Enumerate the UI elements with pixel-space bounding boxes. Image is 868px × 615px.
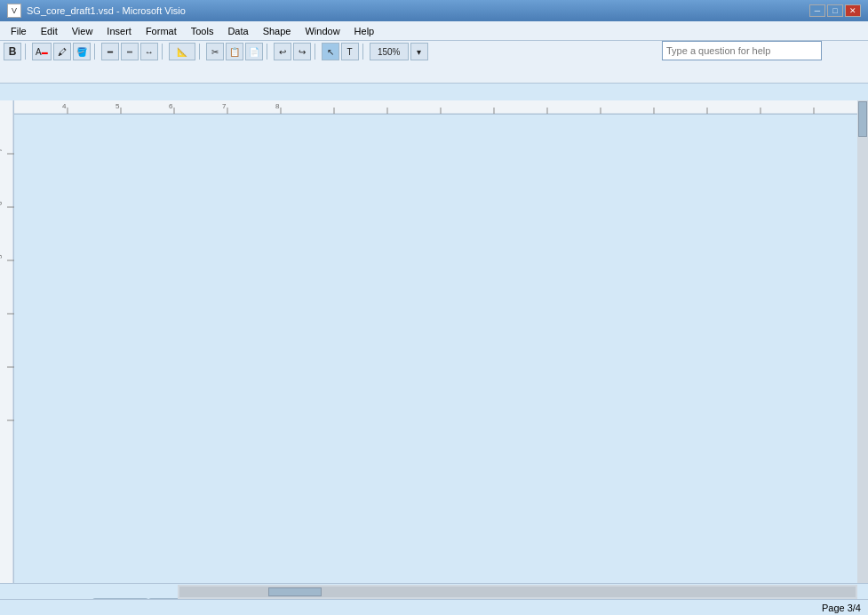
app-icon: V bbox=[7, 4, 21, 18]
font-color-button[interactable]: A▬ bbox=[32, 43, 52, 60]
paste-button[interactable]: 📄 bbox=[245, 43, 263, 60]
svg-text:6: 6 bbox=[169, 102, 173, 110]
menu-insert[interactable]: Insert bbox=[100, 24, 139, 38]
sep6 bbox=[315, 44, 318, 60]
fill-button[interactable]: 🪣 bbox=[73, 43, 91, 60]
menu-format[interactable]: Format bbox=[139, 24, 184, 38]
vertical-scroll-thumb[interactable] bbox=[858, 101, 867, 137]
menu-bar: File Edit View Insert Format Tools Data … bbox=[0, 21, 868, 41]
minimize-button[interactable]: ─ bbox=[809, 4, 825, 17]
sep2 bbox=[94, 44, 98, 60]
svg-text:7: 7 bbox=[0, 148, 4, 152]
status-bar: Page 3/4 bbox=[0, 599, 868, 615]
h-scroll-track[interactable] bbox=[179, 587, 856, 597]
menu-shape[interactable]: Shape bbox=[256, 24, 299, 38]
help-box[interactable] bbox=[662, 41, 822, 60]
menu-help[interactable]: Help bbox=[347, 24, 382, 38]
connector-button[interactable]: 📐 bbox=[169, 43, 195, 60]
line-style1[interactable]: ━ bbox=[101, 43, 119, 60]
menu-data[interactable]: Data bbox=[220, 24, 255, 38]
sep5 bbox=[267, 44, 270, 60]
vertical-ruler: 7 6 5 bbox=[0, 100, 14, 583]
copy-button[interactable]: 📋 bbox=[226, 43, 243, 60]
horizontal-scroll-thumb[interactable] bbox=[268, 587, 322, 596]
restore-button[interactable]: □ bbox=[827, 4, 843, 17]
cut-button[interactable]: ✂ bbox=[206, 43, 224, 60]
menu-tools[interactable]: Tools bbox=[184, 24, 221, 38]
help-input[interactable] bbox=[666, 45, 817, 56]
title-bar: V SG_core_draft1.vsd - Microsoft Visio ─… bbox=[0, 0, 868, 21]
menu-window[interactable]: Window bbox=[298, 24, 346, 38]
window-controls: ─ □ ✕ bbox=[809, 4, 861, 17]
vertical-scrollbar[interactable] bbox=[857, 100, 868, 583]
svg-text:5: 5 bbox=[115, 102, 120, 110]
svg-text:4: 4 bbox=[62, 102, 67, 110]
highlight-button[interactable]: 🖍 bbox=[53, 43, 71, 60]
svg-text:7: 7 bbox=[222, 102, 227, 110]
close-button[interactable]: ✕ bbox=[845, 4, 861, 17]
zoom-dropdown[interactable]: ▾ bbox=[410, 43, 428, 60]
svg-text:6: 6 bbox=[0, 201, 4, 205]
horizontal-ruler: 4 5 6 7 8 bbox=[14, 100, 857, 115]
zoom-selector[interactable]: 150% bbox=[370, 43, 409, 60]
page-status: Page 3/4 bbox=[822, 603, 861, 613]
horizontal-scrollbar[interactable] bbox=[178, 585, 857, 599]
window-title: SG_core_draft1.vsd - Microsoft Visio bbox=[27, 5, 186, 16]
sep1 bbox=[25, 44, 28, 60]
menu-file[interactable]: File bbox=[4, 24, 34, 38]
undo-button[interactable]: ↩ bbox=[274, 43, 291, 60]
bold-button[interactable]: B bbox=[4, 43, 21, 60]
text-button[interactable]: T bbox=[341, 43, 359, 60]
line-style2[interactable]: ┅ bbox=[121, 43, 139, 60]
redo-button[interactable]: ↪ bbox=[293, 43, 311, 60]
svg-text:5: 5 bbox=[0, 254, 4, 259]
menu-edit[interactable]: Edit bbox=[34, 24, 65, 38]
arrow-button[interactable]: ↔ bbox=[140, 43, 158, 60]
sep4 bbox=[199, 44, 203, 60]
menu-view[interactable]: View bbox=[65, 24, 100, 38]
sep7 bbox=[362, 44, 366, 60]
svg-text:8: 8 bbox=[275, 102, 280, 110]
pointer-button[interactable]: ↖ bbox=[322, 43, 339, 60]
sep3 bbox=[162, 44, 165, 60]
